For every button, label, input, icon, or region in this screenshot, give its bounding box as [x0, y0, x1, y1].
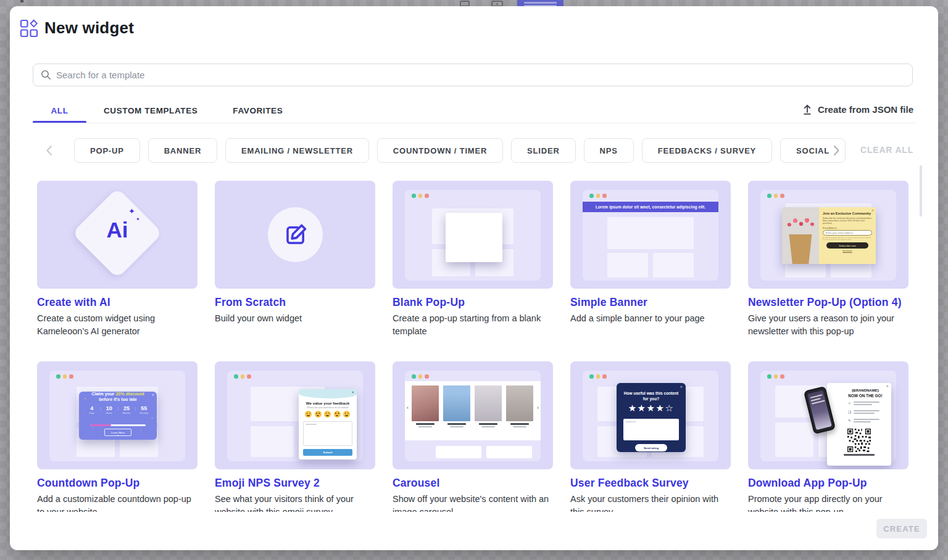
- template-card-emoji-nps-survey[interactable]: ✕ We value your feedback Please rate you…: [215, 361, 375, 519]
- new-widget-modal: New widget ALL CUSTOM TEMPLATES FAVORITE…: [10, 6, 938, 550]
- tab-favorites[interactable]: FAVORITES: [233, 106, 283, 115]
- clear-all-button[interactable]: CLEAR ALL: [860, 145, 913, 155]
- filter-chip-banner[interactable]: BANNER: [148, 138, 217, 163]
- card-description: Add a simple banner to your page: [570, 312, 731, 325]
- page-title: New widget: [44, 19, 134, 38]
- card-description: Create a pop-up starting from a blank te…: [393, 312, 553, 338]
- create-button[interactable]: CREATE: [876, 519, 927, 538]
- modal-footer: CREATE: [10, 512, 938, 550]
- filter-chip-feedbacks[interactable]: FEEDBACKS / SURVEY: [642, 138, 772, 163]
- tab-custom-templates[interactable]: CUSTOM TEMPLATES: [104, 106, 198, 115]
- mini-countdown-popup: ✕ Claim your 20% discount before it's to…: [79, 392, 157, 440]
- template-card-blank-popup[interactable]: Blank Pop-Up Create a pop-up starting fr…: [393, 181, 553, 338]
- mini-emoji-survey-popup: ✕ We value your feedback Please rate you…: [299, 389, 357, 459]
- card-title: Carousel: [393, 477, 553, 490]
- pencil-icon: ✎: [848, 419, 851, 422]
- tabs-divider: [33, 123, 915, 123]
- card-thumbnail: ‹ ›: [393, 361, 553, 469]
- template-card-carousel[interactable]: ‹ › Carousel Show off your website's con…: [393, 361, 553, 519]
- toolbar-fragment: [20, 0, 23, 2]
- close-icon: ✕: [351, 390, 354, 394]
- card-title: Blank Pop-Up: [393, 296, 553, 309]
- sparkle-icon: ✦: [128, 207, 135, 216]
- chevron-right-icon[interactable]: [830, 143, 843, 158]
- filter-chip-popup[interactable]: POP-UP: [74, 138, 140, 163]
- emoji-face-icon: [315, 411, 322, 418]
- mini-banner: Lorem ipsum dolor sit amet, consectetur …: [583, 202, 718, 212]
- filter-chip-list: POP-UP BANNER EMAILING / NEWSLETTER COUN…: [74, 138, 846, 163]
- card-thumbnail: [215, 181, 375, 289]
- mini-carousel: ‹ ›: [405, 381, 541, 440]
- card-title: Newsletter Pop-Up (Option 4): [748, 296, 908, 309]
- mini-email-input: Enter your email address: [823, 230, 872, 236]
- mini-feedback-popup: ✕ How useful was this content for you? ★…: [617, 383, 686, 452]
- mini-blank-popup: [446, 213, 502, 262]
- card-title: Download App Pop-Up: [748, 477, 908, 490]
- filter-chip-nps[interactable]: NPS: [584, 138, 634, 163]
- card-title: From Scratch: [215, 296, 375, 309]
- upload-icon: [802, 104, 812, 115]
- emoji-face-icon: [343, 411, 350, 418]
- template-card-user-feedback-survey[interactable]: ✕ How useful was this content for you? ★…: [570, 361, 731, 519]
- card-title: Simple Banner: [570, 296, 731, 309]
- new-widget-icon: [20, 19, 38, 38]
- close-icon: ✕: [886, 384, 889, 388]
- carousel-left-arrow: ‹: [407, 405, 409, 411]
- ai-logo: Ai: [37, 218, 198, 242]
- qr-caption-line: [844, 454, 875, 456]
- template-card-download-app-popup[interactable]: ✕ {BRANDNAME} NOW ON THE GO! ✧ ❏ ✎: [748, 361, 908, 519]
- card-thumbnail: [393, 181, 553, 289]
- create-from-json-button[interactable]: Create from JSON file: [802, 104, 913, 115]
- template-card-newsletter-popup[interactable]: ✕ Join an Exclusive Community Subscribe …: [748, 181, 908, 338]
- emoji-face-icon: [324, 411, 331, 418]
- template-card-create-with-ai[interactable]: Ai ✦ ✦ Create with AI Create a custom wi…: [37, 181, 198, 338]
- filter-chip-emailing[interactable]: EMAILING / NEWSLETTER: [225, 138, 369, 163]
- carousel-right-arrow: ›: [537, 405, 539, 411]
- pocket-icon: ✧: [848, 401, 851, 405]
- book-icon: ❏: [848, 410, 851, 414]
- emoji-face-icon: [305, 411, 312, 418]
- qr-code: [847, 429, 871, 455]
- card-thumbnail: Ai ✦ ✦: [37, 181, 198, 289]
- template-card-from-scratch[interactable]: From Scratch Build your own widget: [215, 181, 375, 338]
- card-thumbnail: Lorem ipsum dolor sit amet, consectetur …: [570, 181, 731, 289]
- template-card-countdown-popup[interactable]: ✕ Claim your 20% discount before it's to…: [37, 361, 198, 519]
- mini-comments-box: Comments: [623, 419, 679, 440]
- card-thumbnail: ✕ Claim your 20% discount before it's to…: [37, 361, 198, 469]
- template-card-simple-banner[interactable]: Lorem ipsum dolor sit amet, consectetur …: [570, 181, 731, 338]
- filter-chip-countdown[interactable]: COUNTDOWN / TIMER: [377, 138, 503, 163]
- star-rating: ★★★★☆: [617, 403, 686, 414]
- mini-subscribe-button: Subscribe now: [826, 242, 868, 249]
- card-title: User Feedback Survey: [570, 477, 731, 490]
- mini-comment-box: [303, 421, 352, 446]
- close-icon: ✕: [871, 208, 874, 212]
- card-title: Create with AI: [37, 296, 198, 309]
- card-thumbnail: ✕ We value your feedback Please rate you…: [215, 361, 375, 469]
- chevron-left-icon[interactable]: [42, 143, 56, 158]
- flowers-photo: [782, 207, 819, 264]
- emoji-face-icon: [334, 411, 341, 418]
- card-thumbnail: ✕ {BRANDNAME} NOW ON THE GO! ✧ ❏ ✎: [748, 361, 908, 469]
- sparkle-icon: ✦: [136, 216, 140, 222]
- mini-download-app-popup: ✕ {BRANDNAME} NOW ON THE GO! ✧ ❏ ✎: [827, 383, 891, 466]
- mini-learn-more-button: Learn More: [104, 429, 131, 436]
- search-input[interactable]: [56, 70, 905, 80]
- card-description: Give your users a reason to join your ne…: [748, 312, 908, 338]
- card-thumbnail: ✕ How useful was this content for you? ★…: [570, 361, 731, 469]
- card-title: Countdown Pop-Up: [37, 477, 198, 490]
- mini-send-rating-button: Send rating: [635, 444, 667, 451]
- mini-newsletter-popup: ✕ Join an Exclusive Community Subscribe …: [782, 207, 876, 264]
- template-search: [33, 64, 913, 86]
- edit-pencil-icon: [283, 222, 309, 248]
- filter-chip-slider[interactable]: SLIDER: [511, 138, 575, 163]
- close-icon: ✕: [152, 393, 154, 397]
- close-icon: ✕: [680, 385, 683, 389]
- card-title: Emoji NPS Survey 2: [215, 477, 375, 490]
- tab-all[interactable]: ALL: [33, 106, 86, 115]
- search-icon: [41, 70, 51, 80]
- card-thumbnail: ✕ Join an Exclusive Community Subscribe …: [748, 181, 908, 289]
- scrollbar-thumb[interactable]: [920, 165, 922, 216]
- card-description: Build your own widget: [215, 312, 375, 325]
- card-description: Create a custom widget using Kameleoon’s…: [37, 312, 198, 338]
- mini-submit-button: Submit: [303, 449, 352, 456]
